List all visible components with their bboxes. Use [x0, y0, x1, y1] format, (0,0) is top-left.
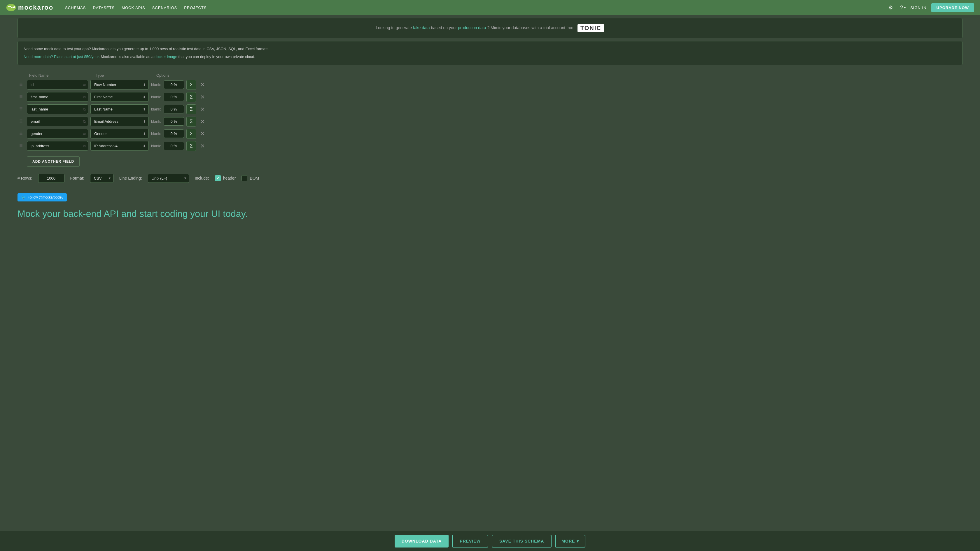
banner-middle: based on your: [431, 25, 458, 30]
main-content: Field Name Type Options ⧉ R: [18, 71, 963, 219]
header-checkbox-wrapper[interactable]: ✓ header: [215, 175, 236, 181]
delete-row-button[interactable]: ✕: [199, 118, 207, 125]
twitter-follow-button[interactable]: 🐦 Follow @mockaroodev: [18, 193, 67, 202]
header-label: header: [223, 176, 236, 181]
svg-point-1: [13, 6, 15, 8]
nav-schemas[interactable]: SCHEMAS: [65, 6, 86, 10]
tonic-logo: TONIC: [578, 24, 605, 32]
delete-row-button[interactable]: ✕: [199, 81, 207, 89]
svg-point-5: [22, 84, 22, 84]
logo-text: mockaroo: [18, 4, 53, 11]
field-row: ⧉ IP Address v4 First Name Last Name Ema…: [18, 141, 963, 151]
field-name-wrapper: ⧉: [27, 129, 88, 138]
svg-point-31: [22, 134, 22, 135]
blank-input[interactable]: [164, 105, 184, 113]
help-button[interactable]: ? ▾: [900, 5, 905, 11]
field-name-input[interactable]: [27, 92, 88, 102]
options-area: blank: Σ ✕: [151, 92, 207, 102]
field-name-input[interactable]: [27, 129, 88, 138]
svg-point-21: [22, 119, 22, 120]
bom-checkbox[interactable]: [242, 175, 247, 181]
field-row: ⧉ First Name First Name Last Name Email …: [18, 92, 963, 102]
formula-button[interactable]: Σ: [186, 92, 196, 102]
bom-label: BOM: [250, 176, 259, 181]
type-select[interactable]: First Name First Name Last Name Email Ad…: [91, 92, 149, 102]
more-button[interactable]: MORE ▾: [555, 535, 585, 548]
logo[interactable]: mockaroo: [6, 2, 53, 13]
field-name-input[interactable]: [27, 80, 88, 89]
svg-point-6: [20, 85, 21, 86]
more-label: MORE: [562, 539, 575, 543]
drag-handle[interactable]: [18, 106, 24, 112]
formula-button[interactable]: Σ: [186, 129, 196, 139]
copy-icon[interactable]: ⧉: [83, 119, 86, 124]
field-name-wrapper: ⧉: [27, 80, 88, 89]
add-field-button[interactable]: ADD ANOTHER FIELD: [27, 156, 80, 167]
svg-point-25: [22, 122, 22, 122]
formula-button[interactable]: Σ: [186, 117, 196, 127]
bom-checkbox-wrapper[interactable]: BOM: [242, 175, 259, 181]
delete-row-button[interactable]: ✕: [199, 105, 207, 113]
field-name-input[interactable]: [27, 104, 88, 114]
type-select[interactable]: Email Address First Name Last Name Email…: [91, 117, 149, 126]
save-schema-button[interactable]: SAVE THIS SCHEMA: [492, 535, 552, 548]
type-select-wrapper: Email Address First Name Last Name Email…: [91, 117, 149, 126]
drag-handle[interactable]: [18, 82, 24, 88]
type-select[interactable]: IP Address v4 First Name Last Name Email…: [91, 141, 149, 151]
copy-icon[interactable]: ⧉: [83, 95, 86, 99]
blank-input[interactable]: [164, 129, 184, 138]
download-button[interactable]: DOWNLOAD DATA: [395, 535, 449, 548]
blank-input[interactable]: [164, 142, 184, 150]
delete-row-button[interactable]: ✕: [199, 142, 207, 150]
copy-icon[interactable]: ⧉: [83, 132, 86, 136]
preview-button[interactable]: PREVIEW: [452, 535, 488, 548]
field-row: ⧉ Row Number First Name Last Name Email …: [18, 80, 963, 90]
blank-label: blank:: [151, 144, 161, 148]
svg-point-7: [22, 85, 22, 86]
nav-right: ⚙ ? ▾ SIGN IN UPGRADE NOW: [886, 3, 974, 12]
sign-in-button[interactable]: SIGN IN: [910, 6, 926, 10]
delete-row-button[interactable]: ✕: [199, 130, 207, 138]
nav-projects[interactable]: PROJECTS: [184, 6, 207, 10]
upgrade-button[interactable]: UPGRADE NOW: [931, 3, 974, 12]
field-name-input[interactable]: [27, 117, 88, 126]
blank-input[interactable]: [164, 81, 184, 89]
blank-input[interactable]: [164, 93, 184, 101]
line-ending-select-wrapper: Unix (LF) Windows (CRLF) ▾: [148, 174, 189, 183]
delete-row-button[interactable]: ✕: [199, 93, 207, 101]
type-select[interactable]: Row Number First Name Last Name Email Ad…: [91, 80, 149, 89]
rows-label: # Rows:: [18, 176, 32, 181]
drag-handle[interactable]: [18, 143, 24, 149]
type-select-wrapper: Row Number First Name Last Name Email Ad…: [91, 80, 149, 89]
format-select[interactable]: CSV JSON SQL Excel: [90, 174, 113, 183]
more-data-link[interactable]: Need more data? Plans start at just $50/…: [24, 54, 100, 59]
type-select[interactable]: Last Name First Name Last Name Email Add…: [91, 104, 149, 114]
field-name-input[interactable]: [27, 141, 88, 151]
options-area: blank: Σ ✕: [151, 104, 207, 114]
line-ending-select[interactable]: Unix (LF) Windows (CRLF): [148, 174, 189, 183]
fake-data-link[interactable]: fake data: [413, 25, 430, 30]
type-select[interactable]: Gender First Name Last Name Email Addres…: [91, 129, 149, 138]
nav-scenarios[interactable]: SCENARIOS: [152, 6, 177, 10]
blank-input[interactable]: [164, 117, 184, 125]
drag-handle[interactable]: [18, 131, 24, 137]
header-checkbox[interactable]: ✓: [215, 175, 221, 181]
drag-handle[interactable]: [18, 94, 24, 100]
production-data-link[interactable]: production data: [458, 25, 486, 30]
copy-icon[interactable]: ⧉: [83, 83, 86, 87]
formula-button[interactable]: Σ: [186, 141, 196, 151]
drag-handle[interactable]: [18, 119, 24, 124]
type-select-wrapper: First Name First Name Last Name Email Ad…: [91, 92, 149, 102]
copy-icon[interactable]: ⧉: [83, 144, 86, 148]
rows-input[interactable]: [38, 174, 64, 183]
docker-image-link[interactable]: docker image: [154, 54, 177, 59]
settings-button[interactable]: ⚙: [886, 3, 896, 12]
nav-datasets[interactable]: DATASETS: [93, 6, 115, 10]
formula-button[interactable]: Σ: [186, 80, 196, 90]
more-arrow-icon: ▾: [577, 539, 579, 543]
format-select-wrapper: CSV JSON SQL Excel ▾: [90, 174, 113, 183]
nav-links: SCHEMAS DATASETS MOCK APIS SCENARIOS PRO…: [65, 6, 880, 10]
nav-mock-apis[interactable]: MOCK APIS: [122, 6, 145, 10]
formula-button[interactable]: Σ: [186, 104, 196, 114]
copy-icon[interactable]: ⧉: [83, 107, 86, 111]
